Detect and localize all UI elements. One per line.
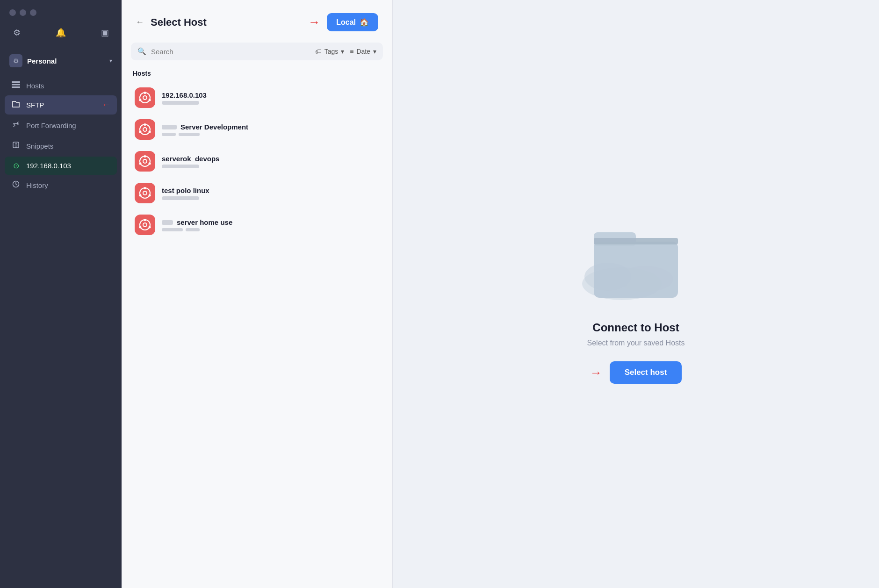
svg-rect-1: [12, 84, 20, 86]
sidebar-item-hosts[interactable]: Hosts: [5, 77, 117, 94]
sidebar-top-icons: ⚙ 🔔 ▣: [0, 25, 122, 50]
host-sub-3: [162, 165, 199, 168]
right-panel: Connect to Host Select from your saved H…: [393, 0, 879, 588]
svg-point-13: [144, 123, 146, 126]
host-item-2[interactable]: Server Development: [131, 114, 383, 145]
profile-chevron: ▾: [109, 57, 112, 64]
connect-subtitle: Select from your saved Hosts: [587, 339, 685, 347]
svg-point-21: [140, 188, 150, 198]
sidebar-item-sftp[interactable]: SFTP ←: [5, 95, 117, 115]
svg-point-8: [144, 92, 146, 94]
left-panel: ← Select Host → Local 🏠 🔍 🏷 Tags ▾: [122, 0, 393, 588]
panel-title: Select Host: [151, 16, 207, 29]
sidebar-profile[interactable]: ⚙ Personal ▾: [0, 50, 122, 77]
host-item-3[interactable]: serverok_devops: [131, 145, 383, 177]
svg-point-19: [149, 163, 151, 165]
sidebar-item-connected-host-label: 192.168.0.103: [26, 162, 71, 170]
sidebar-item-port-label: Port Forwarding: [26, 122, 76, 129]
sidebar-item-history[interactable]: History: [5, 176, 117, 194]
host-name-1: 192.168.0.103: [162, 91, 379, 99]
settings-icon-btn[interactable]: ⚙: [9, 25, 24, 40]
svg-rect-34: [594, 242, 678, 298]
main: ← Select Host → Local 🏠 🔍 🏷 Tags ▾: [122, 0, 879, 588]
profile-name: Personal: [27, 57, 105, 65]
host-item-4[interactable]: test polo linux: [131, 177, 383, 209]
date-filter-btn[interactable]: ≡ Date ▾: [350, 48, 376, 55]
search-bar: 🔍 🏷 Tags ▾ ≡ Date ▾: [131, 43, 383, 60]
svg-point-20: [139, 163, 142, 165]
svg-point-18: [144, 155, 146, 158]
svg-point-10: [139, 99, 142, 101]
back-button[interactable]: ←: [136, 17, 144, 27]
host-name-3: serverok_devops: [162, 155, 379, 163]
connect-illustration: [575, 204, 697, 307]
host-name-5: server home use: [162, 218, 379, 226]
svg-point-28: [144, 219, 146, 221]
select-host-button[interactable]: Select host: [610, 361, 682, 384]
svg-point-16: [140, 156, 150, 166]
tags-chevron-icon: ▾: [341, 48, 344, 55]
svg-point-7: [143, 96, 147, 100]
hosts-icon: [11, 81, 21, 90]
traffic-minimize[interactable]: [20, 9, 26, 16]
hosts-section-title: Hosts: [131, 70, 383, 77]
host-sub-1: [162, 101, 199, 105]
date-label: Date: [356, 48, 370, 55]
host-item-1[interactable]: 192.168.0.103: [131, 82, 383, 114]
svg-point-17: [143, 159, 147, 163]
svg-text:{}: {}: [14, 143, 18, 148]
host-info-1: 192.168.0.103: [162, 91, 379, 105]
hosts-section: Hosts 192.168.0.103: [122, 65, 392, 588]
sidebar-item-hosts-label: Hosts: [26, 82, 44, 90]
svg-point-29: [149, 226, 151, 229]
host-item-5[interactable]: server home use: [131, 209, 383, 241]
folder-cloud-svg: [575, 204, 697, 307]
connected-host-icon: ⊙: [11, 161, 21, 170]
filter-bar: 🏷 Tags ▾ ≡ Date ▾: [315, 48, 376, 55]
snippets-icon: {}: [11, 141, 21, 151]
svg-point-30: [139, 226, 142, 229]
sidebar-item-snippets[interactable]: {} Snippets: [5, 136, 117, 156]
svg-rect-0: [12, 81, 20, 83]
traffic-close[interactable]: [9, 9, 16, 16]
panel-header-left: ← Select Host: [136, 16, 207, 29]
local-button[interactable]: Local 🏠: [327, 13, 378, 31]
tag-icon: 🏷: [315, 48, 322, 55]
sidebar-item-connected-host[interactable]: ⊙ 192.168.0.103: [5, 157, 117, 175]
connect-title: Connect to Host: [592, 321, 679, 334]
host-sub-4: [162, 196, 199, 200]
svg-point-23: [144, 187, 146, 189]
host-info-3: serverok_devops: [162, 155, 379, 168]
port-forwarding-icon: [11, 120, 21, 130]
header-right: → Local 🏠: [308, 13, 378, 31]
traffic-maximize[interactable]: [30, 9, 36, 16]
search-input[interactable]: [151, 48, 310, 56]
bell-icon-btn[interactable]: 🔔: [53, 25, 68, 40]
select-host-row: → Select host: [590, 361, 682, 384]
svg-point-15: [139, 131, 142, 133]
home-icon: 🏠: [360, 18, 369, 27]
sidebar-item-port-forwarding[interactable]: Port Forwarding: [5, 115, 117, 135]
sftp-arrow: ←: [102, 100, 110, 110]
profile-icon: ⚙: [9, 54, 22, 67]
terminal-icon-btn[interactable]: ▣: [97, 25, 112, 40]
svg-point-14: [149, 131, 151, 133]
host-avatar-2: [135, 119, 155, 140]
search-icon: 🔍: [137, 47, 146, 56]
svg-rect-36: [594, 238, 678, 244]
select-host-arrow-annotation: →: [590, 366, 602, 380]
host-info-4: test polo linux: [162, 186, 379, 200]
svg-point-11: [140, 124, 150, 135]
header-arrow-annotation: →: [308, 15, 320, 29]
tags-filter-btn[interactable]: 🏷 Tags ▾: [315, 48, 345, 55]
sidebar-item-snippets-label: Snippets: [26, 142, 53, 150]
svg-point-6: [140, 93, 150, 103]
host-avatar-5: [135, 215, 155, 235]
host-name-2: Server Development: [162, 123, 379, 131]
sort-icon: ≡: [350, 48, 353, 55]
host-info-5: server home use: [162, 218, 379, 231]
local-btn-label: Local: [336, 18, 356, 27]
sidebar-nav: Hosts SFTP ← Port Forwarding {} Snippets…: [0, 77, 122, 588]
date-chevron-icon: ▾: [373, 48, 376, 55]
svg-point-24: [149, 194, 151, 197]
